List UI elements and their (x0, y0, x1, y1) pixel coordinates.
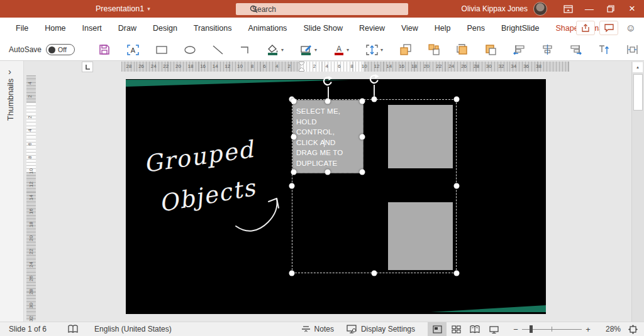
ruler-origin-box[interactable] (82, 62, 93, 72)
menu-slide-show[interactable]: Slide Show (295, 18, 351, 39)
menu-draw[interactable]: Draw (110, 18, 145, 39)
scrollbar-thumb[interactable] (633, 74, 643, 111)
zoom-slider-thumb[interactable] (530, 325, 533, 333)
rectangle-shape-button[interactable] (156, 46, 167, 54)
size-position-button[interactable]: ▾ (366, 45, 383, 55)
slide-show-button[interactable] (484, 322, 503, 336)
selection-handle[interactable] (325, 99, 331, 104)
thumbnails-panel-label[interactable]: Thumbnails (6, 79, 15, 121)
menu-brightslide[interactable]: BrightSlide (493, 18, 547, 39)
slide-sorter-icon (452, 325, 461, 333)
close-button[interactable]: × (621, 0, 643, 18)
shape-fill-icon (267, 45, 279, 55)
vertical-ruler[interactable]: 42 2468101214161820222426283032 (26, 75, 36, 320)
align-left-button[interactable] (513, 45, 525, 55)
selection-handle[interactable] (289, 183, 295, 189)
menu-transitions[interactable]: Transitions (186, 18, 240, 39)
menu-animations[interactable]: Animations (240, 18, 296, 39)
group-square-top[interactable] (388, 105, 453, 168)
scroll-up-button[interactable]: ▲ (632, 62, 643, 73)
expand-thumbnails-chevron-icon[interactable]: › (8, 66, 11, 77)
avatar[interactable] (533, 2, 547, 16)
display-settings-button[interactable]: Display Settings (347, 325, 415, 333)
shape-fill-button[interactable]: ▾ (267, 45, 284, 55)
selection-handle[interactable] (291, 99, 297, 104)
user-name[interactable]: Olivia Kippax Jones (462, 4, 528, 13)
bring-to-front-button[interactable] (457, 44, 468, 55)
ruler-number: 22 (163, 63, 169, 69)
menu-home[interactable]: Home (36, 18, 74, 39)
share-button[interactable] (576, 21, 595, 35)
selection-handle[interactable] (454, 97, 460, 102)
selection-handle[interactable] (372, 271, 377, 276)
restore-button[interactable] (600, 0, 621, 18)
slide-indicator[interactable]: Slide 1 of 6 (9, 325, 47, 333)
group-square-bottom[interactable] (388, 202, 453, 270)
selection-handle[interactable] (360, 170, 365, 175)
reading-view-button[interactable] (465, 322, 484, 336)
minimize-button[interactable]: — (579, 0, 600, 18)
horizontal-ruler[interactable]: 282624222018161412108642 246810121416182… (121, 62, 569, 72)
menu-help[interactable]: Help (426, 18, 459, 39)
handwriting-arrow[interactable] (233, 191, 289, 235)
selection-handle[interactable] (325, 170, 331, 175)
fit-slide-to-window-button[interactable] (628, 325, 638, 334)
search-box[interactable]: Search (236, 3, 408, 15)
send-backward-button[interactable] (428, 44, 440, 55)
align-right-button[interactable] (570, 45, 582, 55)
zoom-percentage[interactable]: 28% (594, 325, 621, 333)
selection-handle[interactable] (289, 271, 295, 276)
line-shape-button[interactable] (213, 45, 223, 55)
comments-button[interactable] (599, 21, 618, 35)
zoom-out-button[interactable]: − (509, 325, 522, 334)
ribbon-display-options-button[interactable] (557, 0, 579, 18)
vertical-scrollbar[interactable]: ▲ (631, 62, 644, 322)
group-text-box[interactable]: SELECT ME,HOLDCONTROL,CLICK ANDDRAG ME T… (293, 100, 363, 173)
rotate-handle-icon[interactable] (369, 73, 380, 85)
selection-handle[interactable] (291, 134, 297, 140)
font-color-button[interactable]: A ▾ (334, 45, 349, 55)
selection-handle[interactable] (454, 271, 460, 276)
elbow-connector-icon (240, 45, 250, 54)
selection-handle[interactable] (454, 183, 460, 189)
normal-view-button[interactable] (428, 322, 447, 336)
shape-outline-button[interactable]: ▾ (301, 45, 317, 55)
language-indicator[interactable]: English (United States) (94, 325, 172, 333)
menu-pens[interactable]: Pens (459, 18, 494, 39)
menu-review[interactable]: Review (351, 18, 393, 39)
slide-canvas[interactable]: Grouped Objects SELECT ME,HOLDCONTROL,CL… (126, 79, 546, 314)
ruler-number: 6 (338, 63, 340, 69)
autosave-toggle[interactable]: Off (46, 44, 75, 55)
selection-handle[interactable] (291, 170, 297, 175)
text-box-button[interactable]: A (127, 45, 139, 55)
chevron-down-icon[interactable]: ▾ (380, 47, 383, 53)
chevron-down-icon[interactable]: ▾ (347, 47, 349, 53)
selection-handle[interactable] (360, 99, 365, 104)
ruler-number: 28 (28, 289, 34, 295)
menu-design[interactable]: Design (145, 18, 186, 39)
selection-handle[interactable] (372, 97, 377, 102)
chevron-down-icon[interactable]: ▾ (281, 47, 284, 53)
save-button[interactable] (99, 44, 110, 55)
spell-check-button[interactable] (68, 325, 78, 333)
menu-insert[interactable]: Insert (74, 18, 110, 39)
rotate-text-up-button[interactable] (599, 45, 609, 55)
align-center-button[interactable] (542, 45, 553, 55)
feedback-smiley-icon[interactable]: ☺ (623, 23, 639, 34)
elbow-connector-button[interactable] (240, 45, 250, 54)
zoom-slider[interactable] (522, 322, 582, 336)
send-to-back-button[interactable] (485, 44, 496, 55)
menu-view[interactable]: View (393, 18, 426, 39)
notes-button[interactable]: Notes (301, 325, 334, 333)
indent-marker-icon[interactable] (299, 62, 304, 72)
zoom-in-button[interactable]: + (582, 325, 594, 334)
oval-shape-button[interactable] (184, 46, 196, 54)
selection-handle[interactable] (360, 134, 365, 140)
distribute-horizontal-button[interactable] (626, 45, 638, 55)
slide-sorter-view-button[interactable] (447, 322, 465, 336)
document-title-menu[interactable]: Presentation1 ▾ (96, 0, 150, 18)
bring-forward-button[interactable] (400, 44, 411, 55)
menu-file[interactable]: File (8, 18, 36, 39)
chevron-down-icon[interactable]: ▾ (314, 47, 317, 53)
rotate-handle-icon[interactable] (322, 75, 333, 87)
